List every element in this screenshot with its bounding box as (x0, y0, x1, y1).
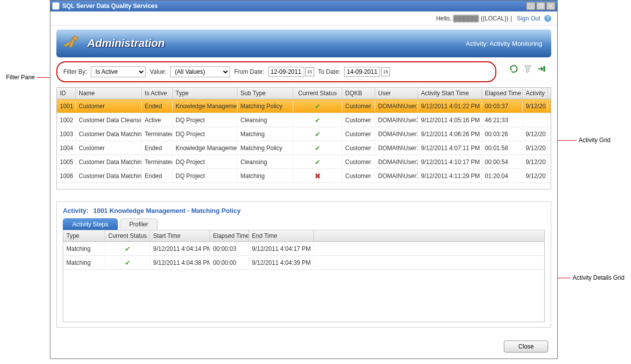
annotation-activity-grid: Activity Grid (579, 137, 611, 144)
main-window: SQL Server Data Quality Services _ ❐ × H… (50, 0, 558, 359)
table-row[interactable]: Matching✔9/12/2011 4:04:14 PM00:00:039/1… (63, 242, 544, 256)
sign-out-link[interactable]: Sign Out (517, 15, 540, 22)
activity-grid: ID Name Is Active Type Sub Type Current … (56, 87, 551, 189)
filter-by-select[interactable]: Is Active (91, 66, 146, 77)
table-row[interactable]: 1005Customer Data MatchingTerminatedDQ P… (57, 155, 551, 169)
dcol-end[interactable]: End Time (249, 230, 314, 241)
page-title: Administration (87, 37, 165, 50)
grid-toolbar (509, 64, 546, 73)
from-date-label: From Date: (234, 68, 264, 75)
activity-grid-header: ID Name Is Active Type Sub Type Current … (57, 88, 551, 99)
dcol-elapsed[interactable]: Elapsed Time (210, 230, 249, 241)
col-type[interactable]: Type (173, 88, 237, 99)
header-banner: Administration Activity: Activity Monito… (56, 29, 551, 57)
col-sub-type[interactable]: Sub Type (237, 88, 293, 99)
clear-filter-icon[interactable] (523, 64, 532, 73)
col-activity[interactable]: Activity (523, 88, 548, 99)
col-id[interactable]: ID (57, 88, 76, 99)
check-icon: ✔ (125, 259, 131, 267)
minimize-button[interactable]: _ (526, 2, 535, 10)
annotation-filter-pane: Filter Pane (6, 74, 35, 81)
topbar: Hello, ██████ ((LOCAL)) | Sign Out ? (50, 11, 557, 25)
svg-rect-2 (543, 66, 545, 71)
table-row[interactable]: 1004CustomerEndedKnowledge ManagementMat… (57, 141, 551, 155)
tab-profiler[interactable]: Profiler (120, 218, 158, 230)
activity-details-grid: Type Current Status Start Time Elapsed T… (63, 230, 545, 322)
dcol-status[interactable]: Current Status (105, 230, 150, 241)
username-blurred: ██████ (453, 15, 479, 22)
table-row[interactable]: Matching✔9/12/2011 4:04:38 PM00:00:009/1… (63, 256, 544, 270)
restore-button[interactable]: ❐ (536, 2, 545, 10)
value-select[interactable]: (All Values) (170, 66, 230, 77)
hello-label: Hello, (436, 15, 451, 22)
titlebar[interactable]: SQL Server Data Quality Services _ ❐ × (50, 0, 557, 11)
col-elapsed[interactable]: Elapsed Time (482, 88, 523, 99)
footer: Close (50, 335, 557, 359)
check-icon: ✔ (315, 144, 321, 152)
value-label: Value: (150, 68, 166, 75)
table-row[interactable]: 1003Customer Data MatchingTerminatedDQ P… (57, 127, 551, 141)
table-row[interactable]: 1001CustomerEndedKnowledge ManagementMat… (57, 99, 551, 113)
check-icon: ✔ (315, 158, 321, 166)
close-button[interactable]: Close (504, 341, 548, 353)
dcol-type[interactable]: Type (63, 230, 105, 241)
annotation-activity-details: Activity Details Grid (573, 274, 625, 281)
check-icon: ✔ (125, 245, 131, 253)
filter-pane: Filter By: Is Active Value: (All Values)… (56, 61, 496, 82)
calendar-icon[interactable]: 15 (381, 67, 390, 76)
filter-by-label: Filter By: (63, 68, 87, 75)
breadcrumb: Activity: Activity Monitoring (466, 40, 542, 47)
help-icon[interactable]: ? (544, 15, 551, 22)
check-icon: ✔ (315, 116, 321, 124)
to-date-label: To Date: (318, 68, 341, 75)
activity-details-panel: Activity: 1001 Knowledge Management - Ma… (56, 201, 551, 328)
admin-tools-icon (61, 33, 82, 54)
check-icon: ✔ (315, 130, 321, 138)
close-window-button[interactable]: × (546, 2, 555, 10)
col-dqkb[interactable]: DQKB (342, 88, 375, 99)
col-current-status[interactable]: Current Status (293, 88, 342, 99)
window-title: SQL Server Data Quality Services (62, 2, 526, 9)
tab-activity-steps[interactable]: Activity Steps (63, 218, 118, 230)
activity-heading-value: 1001 Knowledge Management - Matching Pol… (93, 207, 240, 214)
col-is-active[interactable]: Is Active (142, 88, 173, 99)
dcol-start[interactable]: Start Time (150, 230, 210, 241)
table-row[interactable]: 1006Customer Data MatchingEndedDQ Projec… (57, 169, 551, 183)
from-date-input[interactable] (268, 67, 304, 77)
to-date-input[interactable] (344, 67, 380, 77)
server-local: ((LOCAL)) (481, 15, 508, 22)
cross-icon: ✖ (315, 172, 321, 180)
refresh-icon[interactable] (509, 64, 518, 73)
check-icon: ✔ (315, 102, 321, 110)
table-row[interactable]: 1002Customer Data CleansingActiveDQ Proj… (57, 113, 551, 127)
col-name[interactable]: Name (76, 88, 142, 99)
app-icon (52, 2, 59, 9)
calendar-icon[interactable]: 15 (305, 67, 314, 76)
details-tabs: Activity Steps Profiler (63, 218, 545, 230)
col-user[interactable]: User (375, 88, 418, 99)
col-start-time[interactable]: Activity Start Time (418, 88, 482, 99)
activity-heading-label: Activity: (63, 207, 88, 214)
export-icon[interactable] (537, 64, 546, 73)
